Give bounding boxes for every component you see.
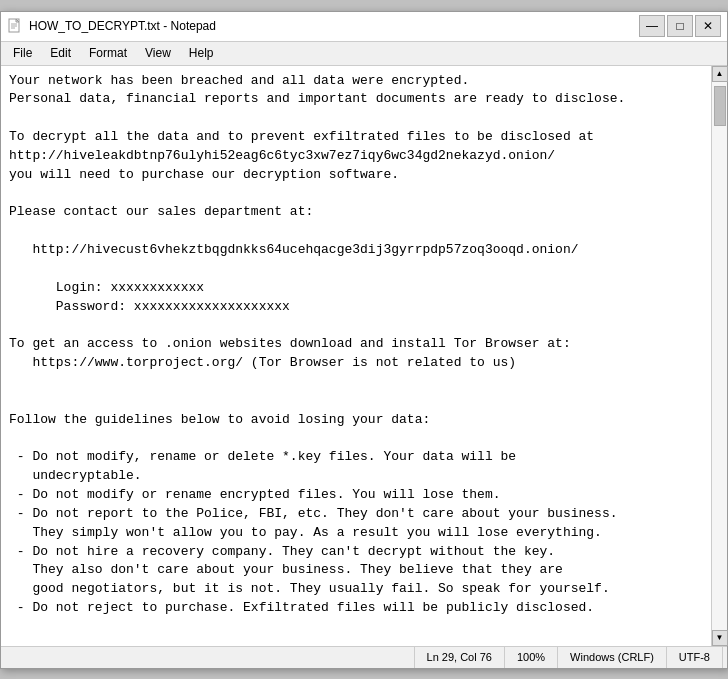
status-encoding: UTF-8 (667, 647, 723, 668)
status-line-ending: Windows (CRLF) (558, 647, 667, 668)
scroll-track[interactable] (712, 82, 727, 630)
file-icon (7, 18, 23, 34)
title-bar-left: HOW_TO_DECRYPT.txt - Notepad (7, 18, 216, 34)
menu-format[interactable]: Format (81, 44, 135, 62)
scroll-up-arrow[interactable]: ▲ (712, 66, 728, 82)
maximize-button[interactable]: □ (667, 15, 693, 37)
menu-edit[interactable]: Edit (42, 44, 79, 62)
menu-help[interactable]: Help (181, 44, 222, 62)
window-title: HOW_TO_DECRYPT.txt - Notepad (29, 19, 216, 33)
editor-area: Your network has been breached and all d… (1, 66, 727, 646)
status-position: Ln 29, Col 76 (415, 647, 505, 668)
menu-bar: File Edit Format View Help (1, 42, 727, 66)
menu-file[interactable]: File (5, 44, 40, 62)
status-empty (5, 647, 415, 668)
status-zoom: 100% (505, 647, 558, 668)
scroll-down-arrow[interactable]: ▼ (712, 630, 728, 646)
status-bar: Ln 29, Col 76 100% Windows (CRLF) UTF-8 (1, 646, 727, 668)
scrollbar-vertical[interactable]: ▲ ▼ (711, 66, 727, 646)
text-content[interactable]: Your network has been breached and all d… (1, 66, 711, 646)
notepad-window: HOW_TO_DECRYPT.txt - Notepad — □ ✕ File … (0, 11, 728, 669)
title-bar: HOW_TO_DECRYPT.txt - Notepad — □ ✕ (1, 12, 727, 42)
window-controls: — □ ✕ (639, 15, 721, 37)
minimize-button[interactable]: — (639, 15, 665, 37)
close-button[interactable]: ✕ (695, 15, 721, 37)
scroll-thumb[interactable] (714, 86, 726, 126)
menu-view[interactable]: View (137, 44, 179, 62)
